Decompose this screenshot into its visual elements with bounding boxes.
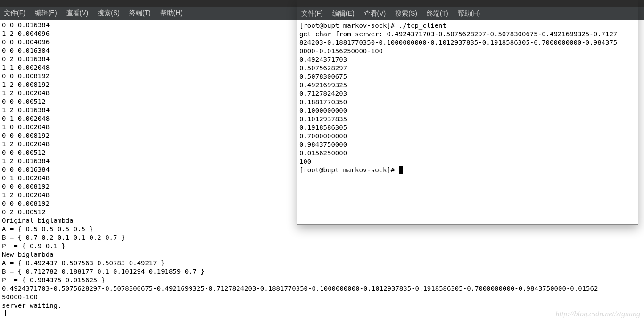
output-line: B = { 0.712782 0.188177 0.1 0.101294 0.1…	[2, 268, 205, 275]
output-value: 0.7000000000	[299, 132, 347, 140]
output-value: 0.1918586305	[299, 124, 347, 131]
output-line: 0 2 0.016384	[2, 55, 50, 63]
output-line: A = { 0.5 0.5 0.5 0.5 }	[2, 225, 93, 233]
output-line: 0 0 0.00512	[2, 98, 46, 105]
output-line: 1 2 0.004096	[2, 30, 50, 37]
output-line: 1 2 0.002048	[2, 89, 50, 97]
menu-terminal[interactable]: 终端(T)	[129, 9, 151, 17]
menu-edit[interactable]: 编辑(E)	[332, 9, 355, 18]
output-value: 0.1881770350	[299, 98, 347, 106]
menu-search[interactable]: 搜索(S)	[98, 9, 120, 17]
output-line: B = { 0.7 0.2 0.1 0.1 0.2 0.7 }	[2, 234, 125, 241]
prompt-line: [root@bupt markov-sock]#	[299, 166, 399, 174]
right-terminal-window: 文件(F) 编辑(E) 查看(V) 搜索(S) 终端(T) 帮助(H) [roo…	[297, 0, 638, 225]
right-terminal-output[interactable]: [root@bupt markov-sock]# ./tcp_client ge…	[297, 20, 638, 224]
output-value: 0.0156250000	[299, 149, 347, 157]
cursor-outline	[2, 310, 6, 316]
menu-help[interactable]: 帮助(H)	[458, 9, 480, 18]
output-line: 0 0 0.016384	[2, 166, 50, 173]
output-value: 100	[299, 158, 311, 165]
output-line: A = { 0.492437 0.507563 0.50783 0.49217 …	[2, 259, 165, 267]
output-line: 1 1 0.002048	[2, 64, 50, 71]
output-line: 1 0 0.002048	[2, 123, 50, 131]
output-line: Original biglambda	[2, 217, 74, 224]
output-value: 0.9843750000	[299, 141, 347, 148]
menubar-right: 文件(F) 编辑(E) 查看(V) 搜索(S) 终端(T) 帮助(H)	[297, 7, 638, 20]
output-value: 0.5078300675	[299, 73, 347, 80]
output-line: 50000-100	[2, 293, 38, 301]
menu-file[interactable]: 文件(F)	[301, 9, 323, 18]
output-line: get char from server: 0.4924371703-0.507…	[299, 30, 617, 38]
output-line: 0 0 0.008192	[2, 72, 50, 80]
output-line: 0 0 0.016384	[2, 21, 50, 29]
output-line: server waiting:	[2, 302, 61, 309]
output-line: 824203-0.1881770350-0.1000000000-0.10129…	[299, 39, 617, 46]
output-line: 1 2 0.002048	[2, 140, 50, 148]
output-value: 0.7127824203	[299, 90, 347, 97]
output-line: 0 0 0.008192	[2, 183, 50, 190]
output-line: 1 2 0.002048	[2, 191, 50, 199]
output-line: New biglambda	[2, 251, 54, 258]
output-line: 0 0 0.004096	[2, 38, 50, 46]
output-line: 0.4924371703-0.5075628297-0.5078300675-0…	[2, 285, 598, 292]
output-line: 0 1 0.002048	[2, 174, 50, 182]
menu-file[interactable]: 文件(F)	[4, 9, 25, 17]
menu-terminal[interactable]: 终端(T)	[427, 9, 448, 18]
output-value: 0.4924371703	[299, 56, 347, 63]
output-line: 0 2 0.00512	[2, 208, 46, 216]
output-line: 0 0 0.00512	[2, 149, 46, 156]
output-line: 0 1 0.002048	[2, 115, 50, 122]
cursor-icon	[399, 166, 403, 174]
menu-view[interactable]: 查看(V)	[66, 9, 89, 17]
output-line: 1 2 0.008192	[2, 81, 50, 88]
menu-search[interactable]: 搜索(S)	[395, 9, 417, 18]
menu-edit[interactable]: 编辑(E)	[35, 9, 57, 17]
menu-help[interactable]: 帮助(H)	[160, 9, 182, 17]
output-line: 1 2 0.016384	[2, 106, 50, 114]
output-value: 0.1012937835	[299, 115, 347, 123]
output-value: 0.4921699325	[299, 81, 347, 89]
output-line: 0 0 0.008192	[2, 132, 50, 139]
output-line: 0000-0.0156250000-100	[299, 47, 383, 55]
menu-view[interactable]: 查看(V)	[364, 9, 386, 18]
output-line: Pi = { 0.9 0.1 }	[2, 242, 66, 250]
output-value: 0.5075628297	[299, 64, 347, 72]
output-line: 0 0 0.016384	[2, 47, 50, 54]
output-line: Pi = { 0.984375 0.015625 }	[2, 276, 105, 284]
output-value: 0.1000000000	[299, 107, 347, 114]
output-line: 0 0 0.008192	[2, 200, 50, 207]
title-bar-right	[297, 0, 638, 7]
prompt-line: [root@bupt markov-sock]# ./tcp_client	[299, 22, 446, 29]
output-line: 1 2 0.016384	[2, 157, 50, 165]
